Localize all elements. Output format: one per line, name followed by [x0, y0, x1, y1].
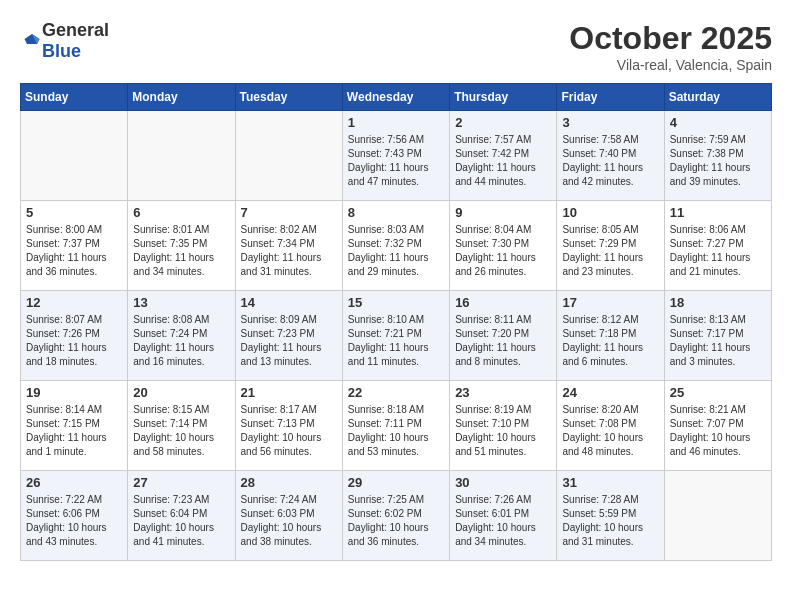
day-header-thursday: Thursday: [450, 84, 557, 111]
week-row-3: 12Sunrise: 8:07 AMSunset: 7:26 PMDayligh…: [21, 291, 772, 381]
day-number: 11: [670, 205, 766, 220]
day-info: Sunrise: 7:25 AMSunset: 6:02 PMDaylight:…: [348, 493, 444, 549]
day-number: 31: [562, 475, 658, 490]
page-header: General Blue October 2025 Vila-real, Val…: [20, 20, 772, 73]
day-number: 23: [455, 385, 551, 400]
calendar-cell: 2Sunrise: 7:57 AMSunset: 7:42 PMDaylight…: [450, 111, 557, 201]
calendar-cell: 26Sunrise: 7:22 AMSunset: 6:06 PMDayligh…: [21, 471, 128, 561]
day-info: Sunrise: 8:10 AMSunset: 7:21 PMDaylight:…: [348, 313, 444, 369]
header-row: SundayMondayTuesdayWednesdayThursdayFrid…: [21, 84, 772, 111]
calendar-cell: 19Sunrise: 8:14 AMSunset: 7:15 PMDayligh…: [21, 381, 128, 471]
day-info: Sunrise: 8:02 AMSunset: 7:34 PMDaylight:…: [241, 223, 337, 279]
day-number: 30: [455, 475, 551, 490]
day-number: 18: [670, 295, 766, 310]
month-title: October 2025: [569, 20, 772, 57]
day-header-friday: Friday: [557, 84, 664, 111]
calendar-cell: [21, 111, 128, 201]
day-info: Sunrise: 8:08 AMSunset: 7:24 PMDaylight:…: [133, 313, 229, 369]
logo-blue: Blue: [42, 41, 81, 61]
day-number: 24: [562, 385, 658, 400]
calendar-cell: 6Sunrise: 8:01 AMSunset: 7:35 PMDaylight…: [128, 201, 235, 291]
calendar-cell: 23Sunrise: 8:19 AMSunset: 7:10 PMDayligh…: [450, 381, 557, 471]
day-info: Sunrise: 8:18 AMSunset: 7:11 PMDaylight:…: [348, 403, 444, 459]
calendar-cell: 7Sunrise: 8:02 AMSunset: 7:34 PMDaylight…: [235, 201, 342, 291]
day-header-tuesday: Tuesday: [235, 84, 342, 111]
day-number: 14: [241, 295, 337, 310]
day-number: 17: [562, 295, 658, 310]
day-info: Sunrise: 8:06 AMSunset: 7:27 PMDaylight:…: [670, 223, 766, 279]
calendar-cell: [128, 111, 235, 201]
day-info: Sunrise: 8:15 AMSunset: 7:14 PMDaylight:…: [133, 403, 229, 459]
day-number: 29: [348, 475, 444, 490]
calendar-cell: 8Sunrise: 8:03 AMSunset: 7:32 PMDaylight…: [342, 201, 449, 291]
logo-general: General: [42, 20, 109, 40]
day-info: Sunrise: 7:57 AMSunset: 7:42 PMDaylight:…: [455, 133, 551, 189]
calendar-cell: 18Sunrise: 8:13 AMSunset: 7:17 PMDayligh…: [664, 291, 771, 381]
day-info: Sunrise: 8:17 AMSunset: 7:13 PMDaylight:…: [241, 403, 337, 459]
day-info: Sunrise: 8:19 AMSunset: 7:10 PMDaylight:…: [455, 403, 551, 459]
day-number: 12: [26, 295, 122, 310]
calendar-cell: 17Sunrise: 8:12 AMSunset: 7:18 PMDayligh…: [557, 291, 664, 381]
calendar-cell: 12Sunrise: 8:07 AMSunset: 7:26 PMDayligh…: [21, 291, 128, 381]
calendar-cell: 27Sunrise: 7:23 AMSunset: 6:04 PMDayligh…: [128, 471, 235, 561]
day-number: 27: [133, 475, 229, 490]
day-number: 8: [348, 205, 444, 220]
location: Vila-real, Valencia, Spain: [569, 57, 772, 73]
calendar-cell: 1Sunrise: 7:56 AMSunset: 7:43 PMDaylight…: [342, 111, 449, 201]
day-info: Sunrise: 7:56 AMSunset: 7:43 PMDaylight:…: [348, 133, 444, 189]
day-info: Sunrise: 8:13 AMSunset: 7:17 PMDaylight:…: [670, 313, 766, 369]
week-row-2: 5Sunrise: 8:00 AMSunset: 7:37 PMDaylight…: [21, 201, 772, 291]
calendar-cell: 22Sunrise: 8:18 AMSunset: 7:11 PMDayligh…: [342, 381, 449, 471]
day-info: Sunrise: 7:23 AMSunset: 6:04 PMDaylight:…: [133, 493, 229, 549]
calendar-cell: 16Sunrise: 8:11 AMSunset: 7:20 PMDayligh…: [450, 291, 557, 381]
day-number: 4: [670, 115, 766, 130]
logo-icon: [22, 29, 42, 49]
day-info: Sunrise: 8:01 AMSunset: 7:35 PMDaylight:…: [133, 223, 229, 279]
day-header-wednesday: Wednesday: [342, 84, 449, 111]
day-header-monday: Monday: [128, 84, 235, 111]
day-number: 19: [26, 385, 122, 400]
day-info: Sunrise: 8:14 AMSunset: 7:15 PMDaylight:…: [26, 403, 122, 459]
calendar-cell: 24Sunrise: 8:20 AMSunset: 7:08 PMDayligh…: [557, 381, 664, 471]
day-number: 3: [562, 115, 658, 130]
day-info: Sunrise: 8:04 AMSunset: 7:30 PMDaylight:…: [455, 223, 551, 279]
calendar-cell: 10Sunrise: 8:05 AMSunset: 7:29 PMDayligh…: [557, 201, 664, 291]
calendar-cell: 30Sunrise: 7:26 AMSunset: 6:01 PMDayligh…: [450, 471, 557, 561]
calendar-cell: 11Sunrise: 8:06 AMSunset: 7:27 PMDayligh…: [664, 201, 771, 291]
day-number: 13: [133, 295, 229, 310]
calendar-cell: 25Sunrise: 8:21 AMSunset: 7:07 PMDayligh…: [664, 381, 771, 471]
day-info: Sunrise: 7:22 AMSunset: 6:06 PMDaylight:…: [26, 493, 122, 549]
day-number: 26: [26, 475, 122, 490]
calendar-cell: 14Sunrise: 8:09 AMSunset: 7:23 PMDayligh…: [235, 291, 342, 381]
calendar-cell: 15Sunrise: 8:10 AMSunset: 7:21 PMDayligh…: [342, 291, 449, 381]
calendar-cell: 29Sunrise: 7:25 AMSunset: 6:02 PMDayligh…: [342, 471, 449, 561]
week-row-1: 1Sunrise: 7:56 AMSunset: 7:43 PMDaylight…: [21, 111, 772, 201]
day-info: Sunrise: 8:12 AMSunset: 7:18 PMDaylight:…: [562, 313, 658, 369]
day-number: 9: [455, 205, 551, 220]
day-number: 21: [241, 385, 337, 400]
day-number: 2: [455, 115, 551, 130]
day-info: Sunrise: 8:09 AMSunset: 7:23 PMDaylight:…: [241, 313, 337, 369]
day-info: Sunrise: 7:24 AMSunset: 6:03 PMDaylight:…: [241, 493, 337, 549]
calendar-cell: [664, 471, 771, 561]
calendar-table: SundayMondayTuesdayWednesdayThursdayFrid…: [20, 83, 772, 561]
day-info: Sunrise: 8:07 AMSunset: 7:26 PMDaylight:…: [26, 313, 122, 369]
day-header-sunday: Sunday: [21, 84, 128, 111]
day-number: 7: [241, 205, 337, 220]
calendar-cell: [235, 111, 342, 201]
calendar-cell: 28Sunrise: 7:24 AMSunset: 6:03 PMDayligh…: [235, 471, 342, 561]
week-row-5: 26Sunrise: 7:22 AMSunset: 6:06 PMDayligh…: [21, 471, 772, 561]
calendar-cell: 21Sunrise: 8:17 AMSunset: 7:13 PMDayligh…: [235, 381, 342, 471]
week-row-4: 19Sunrise: 8:14 AMSunset: 7:15 PMDayligh…: [21, 381, 772, 471]
day-number: 25: [670, 385, 766, 400]
day-number: 10: [562, 205, 658, 220]
day-info: Sunrise: 8:03 AMSunset: 7:32 PMDaylight:…: [348, 223, 444, 279]
day-number: 6: [133, 205, 229, 220]
calendar-cell: 4Sunrise: 7:59 AMSunset: 7:38 PMDaylight…: [664, 111, 771, 201]
title-block: October 2025 Vila-real, Valencia, Spain: [569, 20, 772, 73]
calendar-cell: 13Sunrise: 8:08 AMSunset: 7:24 PMDayligh…: [128, 291, 235, 381]
day-info: Sunrise: 7:59 AMSunset: 7:38 PMDaylight:…: [670, 133, 766, 189]
day-info: Sunrise: 8:11 AMSunset: 7:20 PMDaylight:…: [455, 313, 551, 369]
day-number: 1: [348, 115, 444, 130]
day-info: Sunrise: 7:58 AMSunset: 7:40 PMDaylight:…: [562, 133, 658, 189]
